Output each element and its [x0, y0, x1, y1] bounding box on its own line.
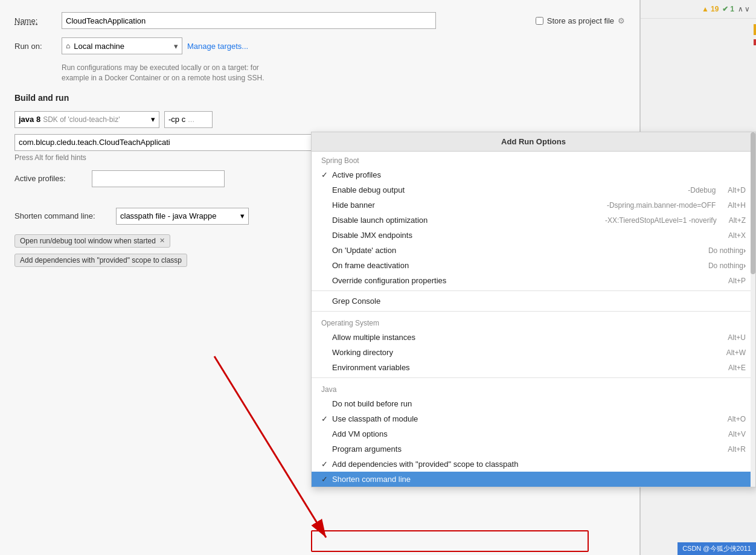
item-multiple-instances[interactable]: Allow multiple instances Alt+U: [312, 330, 755, 345]
item-use-classpath[interactable]: ✓ Use classpath of module Alt+O: [312, 411, 755, 426]
cp-field[interactable]: -cp c ...: [164, 111, 213, 128]
item-add-vm-shortcut: Alt+V: [716, 430, 746, 438]
item-grep-console-label: Grep Console: [332, 297, 746, 306]
item-add-deps-classpath[interactable]: ✓ Add dependencies with "provided" scope…: [312, 457, 755, 472]
shorten-cmd-label: Shorten command line:: [14, 211, 111, 220]
item-disable-launch-shortcut: Alt+Z: [717, 216, 746, 225]
dropdown-header: Add Run Options: [312, 132, 755, 152]
item-disable-launch-label: Disable launch optimization: [332, 216, 601, 225]
sidebar-red-bar: [754, 39, 756, 45]
tag-open-run-label: Open run/debug tool window when started: [20, 237, 156, 245]
sidebar-top: ▲ 19 ✔ 1 ∧ ∨: [641, 0, 756, 19]
shorten-value: classpath file - java Wrappe: [120, 211, 216, 220]
scrollbar-thumb: [751, 132, 755, 274]
item-active-profiles[interactable]: ✓ Active profiles: [312, 167, 755, 182]
item-env-vars-shortcut: Alt+E: [716, 364, 746, 372]
arrow-right-frame-icon: ›: [743, 261, 746, 270]
check-add-deps-cp-icon: ✓: [321, 460, 332, 469]
item-shorten-cmdline[interactable]: ✓ Shorten command line: [312, 472, 755, 487]
item-update-action-label: On 'Update' action: [332, 246, 705, 255]
home-icon: ⌂: [66, 42, 70, 50]
item-program-args[interactable]: Program arguments Alt+R: [312, 441, 755, 457]
item-enable-debug-label: Enable debug output: [332, 185, 684, 194]
tag-add-deps: Add dependencies with "provided" scope t…: [14, 254, 187, 267]
shorten-chevron-icon: ▾: [240, 211, 245, 220]
chevron-down-icon[interactable]: ∨: [745, 5, 750, 13]
sdk-dropdown[interactable]: java 8 SDK of 'cloud-teach-biz' ▾: [14, 111, 159, 128]
item-hide-banner-hint: -Dspring.main.banner-mode=OFF: [607, 201, 716, 210]
item-working-dir[interactable]: Working directory Alt+W: [312, 345, 755, 360]
check-shorten-cmdline-icon: ✓: [321, 475, 332, 484]
svg-line-1: [214, 356, 326, 537]
item-active-profiles-label: Active profiles: [332, 170, 746, 179]
dropdown-scrollbar[interactable]: [751, 132, 755, 487]
sdk-main-label: java 8: [19, 115, 40, 124]
section-spring-boot: Spring Boot: [312, 152, 755, 167]
profiles-input[interactable]: [92, 170, 225, 187]
item-hide-banner[interactable]: Hide banner -Dspring.main.banner-mode=OF…: [312, 197, 755, 213]
shorten-dropdown[interactable]: classpath file - java Wrappe ▾: [116, 208, 249, 225]
cp-label: -cp c: [168, 115, 185, 124]
item-override-config[interactable]: Override configuration properties Alt+P: [312, 273, 755, 288]
item-add-vm-label: Add VM options: [332, 429, 716, 438]
item-disable-launch-hint: -XX:TieredStopAtLevel=1 -noverify: [605, 216, 717, 225]
check-count: 1: [730, 5, 734, 13]
check-active-profiles-icon: ✓: [321, 170, 332, 179]
csdn-watermark: CSDN @今狐少侠2011: [678, 542, 756, 555]
item-hide-banner-shortcut: Alt+H: [716, 201, 746, 210]
item-program-args-shortcut: Alt+R: [716, 445, 746, 454]
tag-open-run-close[interactable]: ✕: [159, 237, 165, 245]
name-row: Name: Store as project file ⚙: [14, 12, 625, 29]
item-frame-deactivation[interactable]: On frame deactivation Do nothing ›: [312, 258, 755, 273]
item-update-action[interactable]: On 'Update' action Do nothing ›: [312, 243, 755, 258]
sidebar-yellow-bar: [754, 24, 756, 35]
item-working-dir-label: Working directory: [332, 348, 714, 357]
item-override-config-label: Override configuration properties: [332, 276, 716, 285]
item-disable-jmx[interactable]: Disable JMX endpoints Alt+X: [312, 228, 755, 243]
warning-count: 19: [711, 5, 719, 13]
check-icon: ✔: [722, 5, 728, 13]
item-frame-deact-hint: Do nothing: [708, 261, 743, 270]
item-env-vars[interactable]: Environment variables Alt+E: [312, 360, 755, 375]
divider-3: [312, 377, 755, 378]
run-on-dropdown[interactable]: ⌂ Local machine ▾: [62, 37, 182, 54]
item-use-classpath-label: Use classpath of module: [332, 414, 716, 423]
divider-2: [312, 311, 755, 312]
name-input[interactable]: [62, 12, 436, 29]
item-disable-jmx-label: Disable JMX endpoints: [332, 231, 716, 240]
chevron-up-icon[interactable]: ∧: [738, 5, 743, 13]
arrow-right-update-icon: ›: [743, 246, 746, 255]
item-multiple-inst-shortcut: Alt+U: [716, 333, 746, 342]
item-enable-debug-shortcut: Alt+D: [716, 186, 746, 194]
item-override-config-shortcut: Alt+P: [716, 277, 746, 285]
local-machine-text: Local machine: [74, 42, 124, 51]
check-use-classpath-icon: ✓: [321, 414, 332, 423]
item-disable-jmx-shortcut: Alt+X: [716, 231, 746, 240]
item-add-deps-cp-label: Add dependencies with "provided" scope t…: [332, 460, 746, 469]
add-run-options-panel: Add Run Options Spring Boot ✓ Active pro…: [311, 132, 756, 487]
cp-expand-icon: ...: [188, 115, 194, 124]
chevron-down-icon: ▾: [174, 42, 178, 51]
item-env-vars-label: Environment variables: [332, 363, 716, 372]
check-badge: ✔ 1: [722, 5, 734, 13]
item-disable-launch[interactable]: Disable launch optimization -XX:TieredSt…: [312, 213, 755, 228]
item-multiple-instances-label: Allow multiple instances: [332, 333, 716, 342]
store-checkbox-area: Store as project file ⚙: [536, 16, 625, 25]
warning-badge: ▲ 19: [702, 5, 719, 13]
sdk-hint-label: SDK of 'cloud-teach-biz': [43, 115, 120, 124]
tag-add-deps-label: Add dependencies with "provided" scope t…: [20, 256, 182, 265]
item-enable-debug-hint: -Ddebug: [688, 186, 716, 194]
item-shorten-cmdline-label: Shorten command line: [332, 475, 746, 484]
item-grep-console[interactable]: Grep Console: [312, 294, 755, 309]
item-update-action-hint: Do nothing: [708, 246, 743, 255]
item-no-build[interactable]: Do not build before run: [312, 396, 755, 411]
sidebar-chevrons: ∧ ∨: [738, 5, 750, 13]
item-enable-debug[interactable]: Enable debug output -Ddebug Alt+D: [312, 182, 755, 197]
manage-targets-link[interactable]: Manage targets...: [187, 42, 248, 51]
active-profiles-label: Active profiles:: [14, 174, 87, 183]
item-working-dir-shortcut: Alt+W: [714, 348, 746, 357]
sdk-row: java 8 SDK of 'cloud-teach-biz' ▾ -cp c …: [14, 111, 625, 128]
divider-1: [312, 290, 755, 291]
store-checkbox[interactable]: [536, 17, 543, 25]
item-add-vm[interactable]: Add VM options Alt+V: [312, 426, 755, 441]
